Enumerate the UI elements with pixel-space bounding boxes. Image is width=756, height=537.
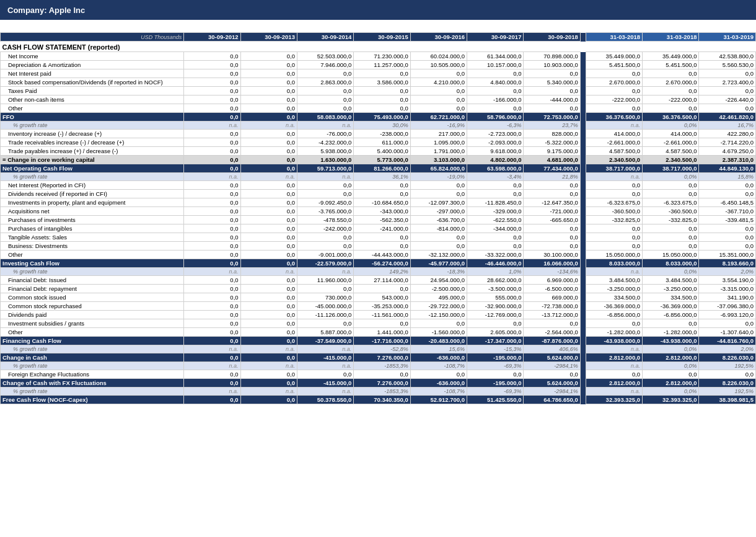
cell-value-right: -3.250.000,0 [586, 285, 642, 293]
cell-value-right: 4.679.250,0 [699, 147, 756, 156]
cell-value-right: 0,0 [643, 370, 699, 379]
row-label: Other [1, 328, 184, 337]
cell-value: 50.378.550,0 [297, 396, 353, 404]
cell-value-right: -1.282.000,0 [643, 328, 699, 337]
cell-value: 0,0 [297, 104, 353, 113]
cell-value: -195.000,0 [467, 353, 524, 362]
row-label: Change of Cash with FX Fluctuations [1, 379, 184, 388]
cell-value: 0,0 [184, 251, 240, 259]
cell-value: -415.000,0 [297, 353, 353, 362]
cell-value-right: 341.190,0 [699, 293, 756, 302]
cell-value: 10.157.000,0 [467, 61, 524, 69]
cell-value-right: 32.393.325,0 [586, 396, 642, 404]
table-row: FFO0,00,058.083.000,075.493.000,062.721.… [1, 113, 756, 122]
row-label: Tangible Assets: Sales [1, 233, 184, 242]
cell-value-right: 0,0 [586, 370, 642, 379]
cell-value: 4.210.000,0 [410, 78, 467, 87]
column-separator [580, 181, 586, 190]
cell-value: 0,0 [240, 379, 297, 388]
cell-value: n.a. [240, 122, 297, 130]
cell-value-right: -37.096.380,0 [699, 302, 756, 311]
cell-value: -12.647.350,0 [524, 198, 580, 207]
cell-value-right: 2.670.000,0 [586, 78, 642, 87]
cell-value: 5.340.000,0 [524, 78, 580, 87]
cell-value-right: -222.000,0 [643, 95, 699, 104]
cell-value: 52.503.000,0 [297, 52, 353, 61]
cell-value-right: 0,0% [643, 173, 699, 181]
column-separator [580, 164, 586, 173]
cell-value: -45.000.000,0 [297, 302, 353, 311]
column-separator [580, 87, 586, 95]
cell-value: -69,3% [467, 388, 524, 396]
cell-value: 52.912.700,0 [410, 396, 467, 404]
column-separator [580, 113, 586, 122]
cell-value-right: -2.661.000,0 [643, 138, 699, 147]
cell-value: 406,6% [524, 345, 580, 353]
cell-value: 0,0 [240, 78, 297, 87]
cell-value: 0,0 [184, 259, 240, 268]
cell-value: -10.684.650,0 [354, 198, 410, 207]
cell-value-right: -332.825,0 [643, 216, 699, 224]
cell-value-right: -332.825,0 [586, 216, 642, 224]
cell-value-right: 2.812.000,0 [586, 379, 642, 388]
cell-value: 0,0 [184, 52, 240, 61]
cell-value: -13.712.000,0 [524, 311, 580, 319]
cell-value: 36,1% [354, 173, 410, 181]
column-separator [580, 345, 586, 353]
cell-value: 0,0 [240, 396, 297, 404]
col-header-6: 30-09-2018 [524, 33, 580, 42]
cell-value: -1.560.000,0 [410, 328, 467, 337]
cell-value: 7.276.000,0 [354, 379, 410, 388]
cell-value-right: 2,0% [699, 345, 756, 353]
table-row: Common stock issued0,00,0730.000,0543.00… [1, 293, 756, 302]
cell-value: n.a. [297, 173, 353, 181]
cell-value: 0,0 [297, 181, 353, 190]
cell-value: -2984,1% [524, 362, 580, 370]
cell-value: 4.840.000,0 [467, 78, 524, 87]
cell-value: -108,7% [410, 362, 467, 370]
column-separator [580, 130, 586, 138]
cell-value: n.a. [297, 122, 353, 130]
cell-value: 71.230.000,0 [354, 52, 410, 61]
cell-value: 0,0 [184, 78, 240, 87]
cell-value-right: 15.050.000,0 [643, 251, 699, 259]
row-label: = Change in core working capital [1, 156, 184, 164]
cell-value-right: 0,0 [699, 242, 756, 251]
cell-value: 0,0 [524, 69, 580, 78]
cell-value-right: 8.033.000,0 [643, 259, 699, 268]
cell-value: 0,0 [524, 181, 580, 190]
cell-value-right: 38.398.981,5 [699, 396, 756, 404]
column-separator [580, 251, 586, 259]
cell-value-right: 42.461.820,0 [699, 113, 756, 122]
cell-value: -18,3% [410, 268, 467, 276]
cell-value-right: 38.717.000,0 [643, 164, 699, 173]
cell-value: 0,0 [354, 233, 410, 242]
cell-value: 0,0 [240, 52, 297, 61]
cell-value-right: 2.670.000,0 [643, 78, 699, 87]
cell-value: -478.550,0 [297, 216, 353, 224]
cell-value: 0,0 [410, 104, 467, 113]
cell-value: 0,0 [240, 164, 297, 173]
cell-value: 0,0 [240, 87, 297, 95]
cell-value-right: -2.714.220,0 [699, 138, 756, 147]
cell-value-right: 5.451.500,0 [586, 61, 642, 69]
cell-value-right: -6.323.675,0 [586, 198, 642, 207]
cell-value: 70.898.000,0 [524, 52, 580, 61]
cell-value: 9.175.000,0 [524, 147, 580, 156]
cell-value: 0,0 [184, 61, 240, 69]
cell-value-right: 2.812.000,0 [643, 379, 699, 388]
cell-value: -56.274.000,0 [354, 259, 410, 268]
table-row: Investing Cash Flow0,00,0-22.579.000,0-5… [1, 259, 756, 268]
cell-value-right: 15,8% [699, 173, 756, 181]
cell-value: 6.969.000,0 [524, 276, 580, 285]
cell-value-right: 2.812.000,0 [586, 353, 642, 362]
table-row: = Change in core working capital0,00,01.… [1, 156, 756, 164]
cell-value: 0,0 [184, 190, 240, 198]
cell-value-right: -339.481,5 [699, 216, 756, 224]
cell-value: 0,0 [524, 87, 580, 95]
cell-value-right: 36.376.500,0 [586, 113, 642, 122]
cell-value: 77.434.000,0 [524, 164, 580, 173]
cell-value: 0,0 [184, 207, 240, 216]
cell-value-right: n.a. [586, 362, 642, 370]
cell-value: 0,0 [240, 104, 297, 113]
